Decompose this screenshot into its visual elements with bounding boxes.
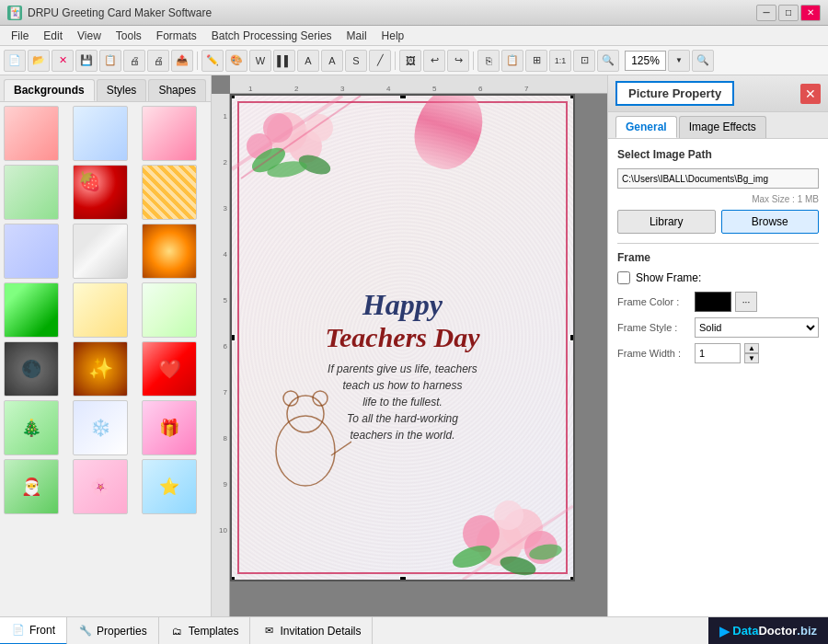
tab-general[interactable]: General: [615, 116, 677, 138]
menu-tools[interactable]: Tools: [109, 28, 149, 44]
front-icon: 📄: [11, 623, 26, 638]
frame-style-select[interactable]: Solid Dashed Dotted: [695, 317, 819, 338]
background-thumb-16[interactable]: 🎄: [4, 400, 59, 455]
background-thumb-2[interactable]: [73, 106, 128, 161]
toolbar: 📄 📂 ✕ 💾 📋 🖨 🖨 📤 ✏️ 🎨 W ▌▌ A A S ╱ 🖼 ↩ ↪ …: [0, 46, 828, 75]
paste-button[interactable]: 📋: [501, 50, 523, 72]
background-thumb-14[interactable]: ✨: [73, 341, 128, 397]
background-thumb-1[interactable]: [4, 106, 59, 161]
zoom-dropdown-button[interactable]: ▼: [668, 50, 690, 72]
save-as-button[interactable]: 📋: [99, 50, 121, 72]
handle-tc[interactable]: [399, 94, 407, 99]
menu-formats[interactable]: Formats: [149, 28, 204, 44]
image-button[interactable]: 🖼: [399, 50, 421, 72]
background-thumb-9[interactable]: [142, 224, 197, 279]
open-button[interactable]: 📂: [28, 50, 50, 72]
browse-button[interactable]: Browse: [721, 210, 820, 234]
background-thumb-5[interactable]: 🍓: [73, 165, 128, 220]
background-thumb-19[interactable]: 🎅: [4, 459, 59, 514]
panel-content: 🍓 🌑 ✨ ❤️ 🎄 ❄️ 🎁 🎅 🌸 ⭐: [0, 102, 211, 616]
close-file-button[interactable]: ✕: [52, 50, 74, 72]
menu-batch[interactable]: Batch Processing Series: [204, 28, 339, 44]
zoom-out-button[interactable]: 🔍: [692, 50, 714, 72]
frame-color-label: Frame Color :: [617, 296, 691, 307]
background-thumb-21[interactable]: ⭐: [142, 459, 197, 514]
zoom-input[interactable]: [625, 51, 666, 71]
line-button[interactable]: ╱: [369, 50, 391, 72]
background-thumb-8[interactable]: [73, 224, 128, 279]
image-path-section-title: Select Image Path: [617, 148, 819, 161]
handle-ml[interactable]: [230, 334, 236, 341]
menu-help[interactable]: Help: [374, 28, 412, 44]
text-button[interactable]: W: [249, 50, 271, 72]
background-thumb-13[interactable]: 🌑: [4, 341, 59, 397]
menu-view[interactable]: View: [70, 28, 109, 44]
tab-styles[interactable]: Styles: [97, 79, 147, 101]
redo-button[interactable]: ↪: [447, 50, 469, 72]
frame-color-swatch[interactable]: [695, 292, 731, 312]
tab-image-effects[interactable]: Image Effects: [679, 116, 766, 138]
bear-figure: [259, 382, 351, 492]
save-button[interactable]: 💾: [75, 50, 98, 72]
background-thumb-10[interactable]: [4, 282, 59, 338]
background-thumb-4[interactable]: [4, 165, 59, 220]
barcode-button[interactable]: ▌▌: [273, 50, 295, 72]
print-button[interactable]: 🖨: [123, 50, 145, 72]
pencil-button[interactable]: ✏️: [201, 50, 224, 72]
tab-templates[interactable]: 🗂 Templates: [159, 617, 251, 645]
color-button[interactable]: 🎨: [225, 50, 247, 72]
handle-br[interactable]: [569, 576, 575, 581]
background-thumb-11[interactable]: [73, 282, 128, 338]
background-thumb-12[interactable]: [142, 282, 197, 338]
grid-button[interactable]: ⊞: [525, 50, 547, 72]
background-thumb-7[interactable]: [4, 224, 59, 279]
datadoctor-logo: ▶ DataDoctor.biz: [708, 617, 828, 645]
frame-width-down[interactable]: ▼: [744, 353, 759, 363]
print2-button[interactable]: 🖨: [147, 50, 169, 72]
tab-front[interactable]: 📄 Front: [0, 617, 67, 645]
library-button[interactable]: Library: [617, 210, 716, 234]
zoom-in-icon[interactable]: 🔍: [597, 50, 619, 72]
property-close-button[interactable]: ✕: [800, 84, 821, 104]
background-thumb-20[interactable]: 🌸: [73, 459, 128, 514]
handle-tr[interactable]: [569, 94, 575, 99]
frame-width-up[interactable]: ▲: [744, 343, 759, 353]
text2-button[interactable]: A: [297, 50, 319, 72]
zoom-fit-button[interactable]: ⊡: [573, 50, 595, 72]
show-frame-label: Show Frame:: [636, 271, 701, 284]
tab-properties-label: Properties: [97, 625, 147, 638]
background-thumb-3[interactable]: [142, 106, 197, 161]
sign-button[interactable]: S: [345, 50, 367, 72]
menu-edit[interactable]: Edit: [36, 28, 70, 44]
minimize-button[interactable]: ─: [756, 5, 776, 21]
background-thumb-17[interactable]: ❄️: [73, 400, 128, 455]
copy-button[interactable]: ⎘: [477, 50, 500, 72]
handle-mr[interactable]: [569, 334, 575, 341]
maximize-button[interactable]: □: [778, 5, 799, 21]
new-button[interactable]: 📄: [4, 50, 26, 72]
handle-tl[interactable]: [230, 94, 236, 99]
handle-bl[interactable]: [230, 576, 236, 581]
sep1: [197, 52, 198, 70]
background-thumb-18[interactable]: 🎁: [142, 400, 197, 455]
frame-width-input[interactable]: [695, 343, 741, 363]
frame-color-more-button[interactable]: ···: [735, 292, 757, 312]
text3-button[interactable]: A: [321, 50, 343, 72]
tab-backgrounds[interactable]: Backgrounds: [4, 79, 95, 101]
handle-bc[interactable]: [399, 576, 407, 581]
tab-properties[interactable]: 🔧 Properties: [67, 617, 159, 645]
undo-button[interactable]: ↩: [423, 50, 445, 72]
app-title: DRPU Greeting Card Maker Software: [28, 6, 756, 19]
export-button[interactable]: 📤: [171, 50, 193, 72]
tab-invitation-details[interactable]: ✉ Invitation Details: [250, 617, 373, 645]
background-thumb-15[interactable]: ❤️: [142, 341, 197, 397]
image-path-input[interactable]: [617, 168, 819, 189]
ratio-button[interactable]: 1:1: [549, 50, 571, 72]
menu-mail[interactable]: Mail: [339, 28, 374, 44]
menu-file[interactable]: File: [4, 28, 36, 44]
tab-shapes[interactable]: Shapes: [148, 79, 206, 101]
close-button[interactable]: ✕: [800, 5, 821, 21]
background-thumb-6[interactable]: [142, 165, 197, 220]
backgrounds-grid: 🍓 🌑 ✨ ❤️ 🎄 ❄️ 🎁 🎅 🌸 ⭐: [4, 106, 207, 514]
show-frame-checkbox[interactable]: [617, 271, 630, 284]
